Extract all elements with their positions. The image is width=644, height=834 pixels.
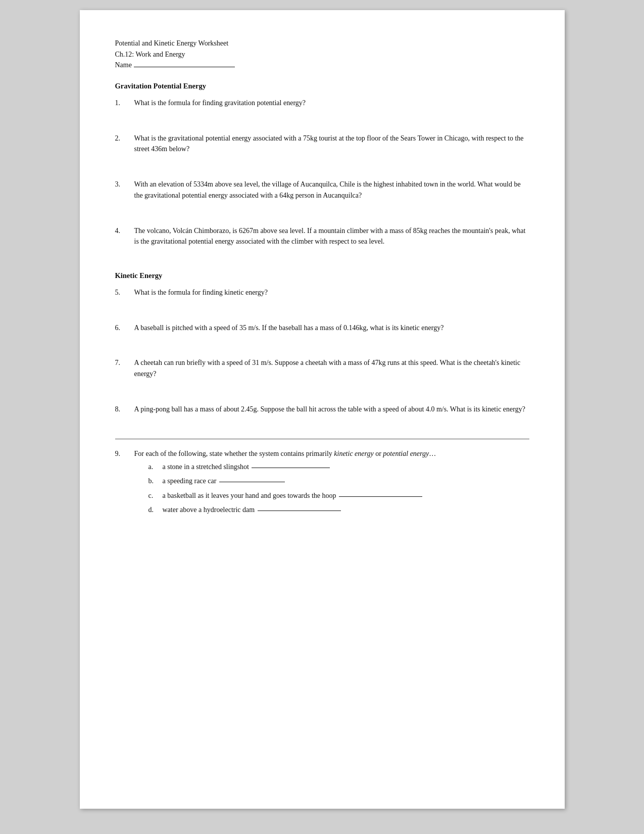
gpe-questions-list: 1. What is the formula for finding gravi… (115, 98, 529, 247)
name-line: Name (115, 60, 529, 71)
q5-number: 5. (115, 287, 134, 298)
answer-line-b (219, 482, 285, 482)
sub-q-a: a. a stone in a stretched slingshot (134, 461, 529, 473)
question-5: 5. What is the formula for finding kinet… (115, 287, 529, 298)
q2-text: What is the gravitational potential ener… (134, 133, 529, 155)
question-7: 7. A cheetah can run briefly with a spee… (115, 357, 529, 379)
sub-text-b: a speeding race car (163, 476, 529, 487)
worksheet-page: Potential and Kinetic Energy Worksheet C… (80, 10, 565, 809)
ke-section: Kinetic Energy 5. What is the formula fo… (115, 271, 529, 414)
sub-letter-d: d. (148, 504, 163, 516)
q5-text: What is the formula for finding kinetic … (134, 287, 529, 298)
q8-text: A ping-pong ball has a mass of about 2.4… (134, 404, 529, 415)
sub-q-d: d. water above a hydroelectric dam (134, 504, 529, 516)
q3-text: With an elevation of 5334m above sea lev… (134, 179, 529, 201)
question-4: 4. The volcano, Volcán Chimborazo, is 62… (115, 225, 529, 247)
gpe-section-title: Gravitation Potential Energy (115, 82, 529, 90)
sub-letter-a: a. (148, 461, 163, 473)
header-section: Potential and Kinetic Energy Worksheet C… (115, 38, 529, 71)
q6-number: 6. (115, 322, 134, 334)
question-6: 6. A baseball is pitched with a speed of… (115, 322, 529, 334)
sub-q-c: c. a basketball as it leaves your hand a… (134, 490, 529, 501)
gpe-section: Gravitation Potential Energy 1. What is … (115, 82, 529, 247)
q1-number: 1. (115, 98, 134, 109)
q7-number: 7. (115, 357, 134, 379)
sub-letter-b: b. (148, 476, 163, 487)
sub-letter-c: c. (148, 490, 163, 501)
q6-text: A baseball is pitched with a speed of 35… (134, 322, 529, 334)
section-divider (115, 439, 529, 439)
sub-questions-list: a. a stone in a stretched slingshot b. a… (134, 461, 529, 516)
name-label: Name (115, 60, 132, 71)
question-2: 2. What is the gravitational potential e… (115, 133, 529, 155)
sub-text-d: water above a hydroelectric dam (163, 504, 529, 516)
sub-text-c: a basketball as it leaves your hand and … (163, 490, 529, 501)
title-line2: Ch.12: Work and Energy (115, 49, 529, 60)
question-3: 3. With an elevation of 5334m above sea … (115, 179, 529, 201)
title-line1: Potential and Kinetic Energy Worksheet (115, 38, 529, 49)
q7-text: A cheetah can run briefly with a speed o… (134, 357, 529, 379)
question-9: 9. For each of the following, state whet… (115, 448, 529, 519)
q8-number: 8. (115, 404, 134, 415)
q9-number: 9. (115, 448, 134, 519)
name-underline (134, 67, 235, 67)
answer-line-a (252, 468, 330, 468)
q4-text: The volcano, Volcán Chimborazo, is 6267m… (134, 225, 529, 247)
ke-questions-list: 5. What is the formula for finding kinet… (115, 287, 529, 414)
answer-line-d (258, 511, 341, 511)
sub-text-a: a stone in a stretched slingshot (163, 461, 529, 473)
q3-number: 3. (115, 179, 134, 201)
answer-line-c (339, 496, 422, 497)
ke-section-title: Kinetic Energy (115, 271, 529, 280)
question-8: 8. A ping-pong ball has a mass of about … (115, 404, 529, 415)
q9-text: For each of the following, state whether… (134, 448, 529, 519)
q1-text: What is the formula for finding gravitat… (134, 98, 529, 109)
question-1: 1. What is the formula for finding gravi… (115, 98, 529, 109)
sub-q-b: b. a speeding race car (134, 476, 529, 487)
q2-number: 2. (115, 133, 134, 155)
q4-number: 4. (115, 225, 134, 247)
